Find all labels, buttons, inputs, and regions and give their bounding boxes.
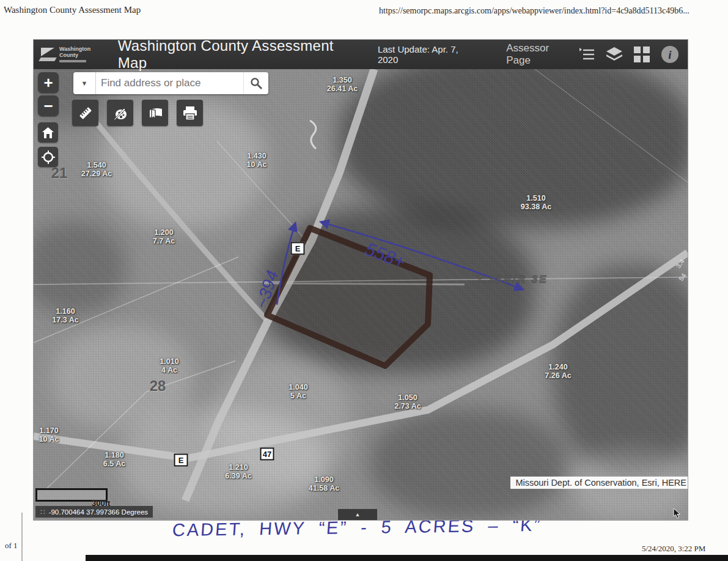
road-branch bbox=[97, 123, 267, 320]
app-header: Washington County Washington County Asse… bbox=[34, 40, 688, 69]
section-number-label: 21 bbox=[51, 165, 68, 182]
svg-text:i: i bbox=[668, 48, 672, 61]
parcel-line bbox=[34, 257, 238, 343]
print-footer-page-number: of 1 bbox=[5, 541, 18, 551]
county-logo-subtext bbox=[59, 60, 86, 62]
parcel-label: 1.43010 Ac bbox=[247, 152, 267, 169]
parcel-label: 1.51093.38 Ac bbox=[521, 194, 551, 212]
parcel-label: 1.0104 Ac bbox=[160, 357, 178, 375]
bookmark-tool-button[interactable] bbox=[142, 100, 168, 126]
search-icon bbox=[250, 77, 262, 89]
layers-icon[interactable] bbox=[606, 45, 623, 64]
coordinates-widget[interactable]: ∷ -90.700464 37.997366 Degrees bbox=[35, 506, 153, 518]
county-logo-text: Washington County bbox=[59, 46, 105, 59]
map-linework: ~394 558+ bbox=[34, 69, 688, 520]
print-header-title: Washington County Assessment Map bbox=[4, 5, 141, 15]
draw-tool-button[interactable] bbox=[107, 100, 133, 126]
home-icon bbox=[42, 127, 54, 138]
search-bar: ▼ bbox=[73, 72, 268, 94]
section-number-label: 28 bbox=[150, 377, 166, 395]
county-logo: Washington County bbox=[40, 46, 105, 62]
measure-icon bbox=[78, 105, 94, 121]
trail-squiggle bbox=[310, 121, 316, 149]
parcel-label: 1.0405 Ac bbox=[289, 383, 307, 401]
highway-marker-e: E bbox=[291, 242, 305, 255]
search-input[interactable] bbox=[96, 72, 243, 94]
map-canvas[interactable]: ~394 558+ T.38N/R 3E + − ▼ bbox=[34, 69, 688, 520]
parcel-label: 1.2007.7 Ac bbox=[153, 228, 175, 246]
chevron-up-icon: ▲ bbox=[355, 511, 361, 518]
attribute-table-pull-tab[interactable]: ▲ bbox=[338, 509, 377, 520]
print-icon bbox=[182, 105, 198, 121]
assessor-page-link[interactable]: Assessor Page bbox=[506, 42, 567, 67]
scan-artifact-line bbox=[21, 513, 23, 561]
township-range-label: T.38N/R 3E bbox=[476, 273, 549, 286]
scan-bottom-strip bbox=[86, 555, 728, 561]
app-title: Washington County Assessment Map bbox=[118, 40, 336, 72]
pointer-cursor-icon bbox=[672, 508, 682, 520]
parcel-label: 1.54027.29 Ac bbox=[81, 161, 112, 179]
search-dropdown-button[interactable]: ▼ bbox=[73, 72, 96, 94]
parcel-line bbox=[535, 69, 688, 182]
locate-icon bbox=[42, 150, 55, 164]
parcel-label: 1.16017.3 Ac bbox=[52, 307, 78, 325]
parcel-label: 1.17010 Ac bbox=[39, 426, 59, 444]
print-footer-date: 5/24/2020, 3:22 PM bbox=[642, 544, 705, 554]
highway-marker-47: 47 bbox=[260, 448, 274, 461]
parcel-label: 1.35026.41 Ac bbox=[327, 76, 358, 94]
zoom-in-button[interactable]: + bbox=[38, 72, 59, 93]
print-header-url: https://semorpc.maps.arcgis.com/apps/web… bbox=[379, 6, 689, 16]
coordinates-value: -90.700464 37.997366 Degrees bbox=[49, 508, 148, 516]
highway-marker-e: E bbox=[174, 454, 188, 467]
county-logo-icon bbox=[40, 47, 56, 62]
map-attribution: Missouri Dept. of Conservation, Esri, HE… bbox=[510, 477, 688, 489]
parcel-label: 1.2106.39 Ac bbox=[225, 463, 251, 481]
zoom-out-button[interactable]: − bbox=[38, 95, 59, 116]
basemap-grid-icon[interactable] bbox=[634, 45, 650, 64]
parcel-line bbox=[46, 361, 235, 489]
home-button[interactable] bbox=[38, 122, 58, 143]
parcel-label: 1.1806.5 Ac bbox=[103, 451, 125, 469]
locate-button[interactable] bbox=[38, 147, 58, 167]
draw-icon bbox=[112, 105, 128, 121]
parcel-label: 1.09041.58 Ac bbox=[309, 475, 339, 493]
coordinates-icon: ∷ bbox=[40, 508, 45, 516]
map-app-frame: Washington County Washington County Asse… bbox=[34, 40, 688, 520]
dropdown-arrow-icon: ▼ bbox=[81, 80, 88, 87]
legend-icon[interactable] bbox=[578, 45, 594, 64]
info-icon[interactable]: i bbox=[661, 45, 679, 64]
bookmark-icon bbox=[147, 105, 163, 121]
parcel-label: 1.0502.73 Ac bbox=[394, 393, 421, 411]
last-update-text: Last Update: Apr. 7, 2020 bbox=[378, 44, 468, 65]
search-button[interactable] bbox=[243, 72, 268, 94]
measure-tool-button[interactable] bbox=[72, 100, 98, 126]
parcel-label: 1.2407.26 Ac bbox=[545, 363, 571, 381]
print-tool-button[interactable] bbox=[177, 100, 203, 126]
